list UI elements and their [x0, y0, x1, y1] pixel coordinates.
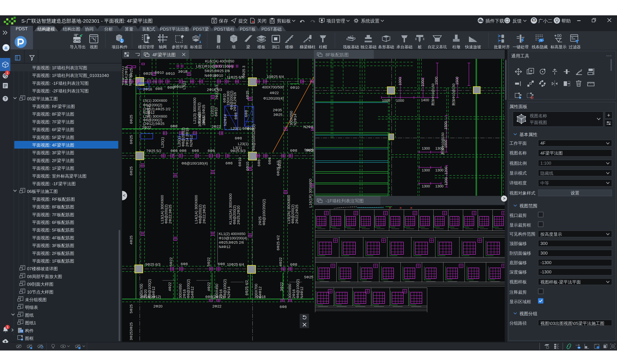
- svg-text:6Φ8: 6Φ8: [170, 124, 177, 128]
- svg-text:5Φ25: 5Φ25: [304, 148, 313, 152]
- svg-text:5Φ22: 5Φ22: [278, 160, 282, 169]
- svg-text:6Φ8: 6Φ8: [167, 85, 174, 90]
- svg-text:1000: 1000: [421, 78, 425, 86]
- svg-text:N2Φ14: N2Φ14: [293, 114, 297, 125]
- svg-text:6Φ25: 6Φ25: [129, 166, 133, 175]
- svg-text:5Φ22: 5Φ22: [206, 257, 211, 266]
- svg-text:6Φ8: 6Φ8: [244, 110, 248, 117]
- svg-text:2Φ22: 2Φ22: [212, 124, 220, 129]
- svg-text:300X700: 300X700: [254, 284, 258, 298]
- svg-text:6Φ10: 6Φ10: [214, 74, 223, 78]
- svg-text:3Φ253Φ25: 3Φ253Φ25: [129, 322, 133, 340]
- svg-text:6Φ8: 6Φ8: [268, 157, 272, 164]
- svg-text:6Φ8: 6Φ8: [290, 262, 297, 267]
- svg-text:N2Φ14: N2Φ14: [227, 287, 231, 298]
- svg-text:Φ10@100/150(4): Φ10@100/150(4): [205, 64, 233, 68]
- svg-text:Φ8@200(2): Φ8@200(2): [198, 204, 202, 224]
- svg-text:6Φ8: 6Φ8: [290, 148, 297, 153]
- svg-text:5Φ25: 5Φ25: [304, 275, 313, 279]
- svg-text:300X550: 300X550: [289, 111, 293, 125]
- svg-text:附加Φ10@150: 附加Φ10@150: [452, 83, 455, 105]
- svg-text:6Φ8: 6Φ8: [180, 149, 186, 153]
- svg-text:Φ8@100(2): Φ8@100(2): [147, 279, 152, 298]
- svg-text:6Φ8: 6Φ8: [218, 262, 225, 266]
- svg-text:Φ10@120(2): Φ10@120(2): [197, 103, 201, 124]
- svg-text:2Φ20: 2Φ20: [143, 289, 148, 298]
- svg-text:N4Φ12: N4Φ12: [300, 287, 304, 298]
- svg-text:2Φ22: 2Φ22: [142, 125, 151, 130]
- svg-text:6Φ25 4/2: 6Φ25 4/2: [244, 280, 249, 295]
- svg-text:2Φ22;3Φ25: 2Φ22;3Φ25: [202, 205, 206, 224]
- svg-text:KL1(2) 400X650: KL1(2) 400X650: [219, 232, 245, 236]
- svg-text:6Φ8: 6Φ8: [192, 149, 199, 153]
- svg-text:2Φ22;5Φ25: 2Φ22;5Φ25: [202, 105, 206, 124]
- svg-text:CAD: CAD: [73, 39, 80, 42]
- svg-text:2Φ14;2Φ16: 2Φ14;2Φ16: [233, 92, 237, 111]
- svg-text:4Φ22: 4Φ22: [207, 282, 211, 291]
- svg-text:1400: 1400: [421, 98, 429, 102]
- svg-text:6Φ25: 6Φ25: [143, 71, 153, 76]
- svg-text:4Φ25: 4Φ25: [245, 91, 250, 100]
- svg-text:6Φ8: 6Φ8: [280, 305, 287, 309]
- svg-text:1500: 1500: [455, 77, 459, 85]
- svg-text:KL16(2A) 300X600: KL16(2A) 300X600: [228, 194, 232, 225]
- svg-text:2Φ16: 2Φ16: [219, 289, 223, 298]
- svg-text:L22(1): L22(1): [210, 106, 214, 117]
- svg-text:2Φ35: 2Φ35: [273, 108, 282, 112]
- svg-text:6Φ10: 6Φ10: [290, 85, 299, 90]
- svg-text:1000: 1000: [382, 98, 390, 103]
- svg-text:7Φ22 4/3: 7Φ22 4/3: [215, 85, 219, 100]
- svg-text:6Φ10: 6Φ10: [166, 71, 175, 76]
- svg-text:6Φ8: 6Φ8: [226, 161, 232, 165]
- svg-text:1500: 1500: [444, 121, 448, 130]
- svg-text:G4Φ12: G4Φ12: [151, 286, 155, 298]
- svg-text:3Φ22: 3Φ22: [280, 282, 284, 291]
- svg-text:1000: 1000: [398, 77, 402, 85]
- svg-text:Φ8@200(2): Φ8@200(2): [143, 103, 162, 107]
- svg-text:10Φ25 6/4: 10Φ25 6/4: [267, 75, 284, 79]
- svg-text:4Φ22: 4Φ22: [270, 91, 279, 95]
- svg-text:5Φ25 3: 5Φ25 3: [242, 66, 246, 78]
- svg-text:KL6(1A) 400X650: KL6(1A) 400X650: [205, 59, 234, 63]
- svg-text:1200: 1200: [444, 166, 448, 175]
- svg-text:6Φ25 4/2: 6Φ25 4/2: [276, 235, 280, 250]
- svg-text:G4Φ12: G4Φ12: [258, 286, 262, 298]
- svg-text:2Φ16: 2Φ16: [143, 87, 152, 91]
- svg-text:N4Φ12: N4Φ12: [219, 245, 230, 249]
- svg-text:附加Φ10@150: 附加Φ10@150: [441, 132, 445, 155]
- svg-text:1500: 1500: [434, 77, 438, 85]
- svg-text:N2Φ14: N2Φ14: [223, 114, 227, 126]
- svg-text:6Φ25: 6Φ25: [129, 115, 133, 124]
- svg-text:5Φ25;8Φ25 2/6: 5Φ25;8Φ25 2/6: [205, 69, 230, 73]
- svg-text:Φ8@200(2): Φ8@200(2): [232, 205, 237, 225]
- svg-text:4Φ22: 4Φ22: [279, 257, 283, 266]
- svg-text:00: 00: [557, 33, 562, 38]
- svg-text:L20(1): L20(1): [177, 136, 181, 147]
- svg-text:4Φ25: 4Φ25: [129, 235, 133, 245]
- svg-text:Φ8@100/180(4): Φ8@100/180(4): [181, 161, 208, 165]
- svg-text:1200: 1200: [444, 177, 448, 185]
- svg-text:L14(1A) 300X600: L14(1A) 300X600: [194, 195, 198, 224]
- svg-text:2Φ16: 2Φ16: [292, 289, 296, 298]
- svg-text:Φ8@100(2): Φ8@100(2): [223, 279, 227, 298]
- svg-text:2Φ16: 2Φ16: [182, 289, 186, 298]
- svg-text:6Φ10: 6Φ10: [174, 85, 183, 89]
- svg-text:7Φ25 5/2: 7Φ25 5/2: [146, 149, 161, 153]
- svg-text:6Φ8: 6Φ8: [257, 159, 261, 166]
- svg-text:300X650: 300X650: [288, 284, 292, 298]
- svg-text:300X700: 300X700: [140, 284, 144, 298]
- svg-text:2Φ22;3Φ25: 2Φ22;3Φ25: [168, 205, 172, 224]
- svg-text:6Φ25: 6Φ25: [129, 135, 133, 144]
- svg-text:Φ8@100/200(2): Φ8@100/200(2): [262, 199, 266, 225]
- svg-text:6Φ10: 6Φ10: [245, 162, 250, 171]
- svg-text:6Φ10: 6Φ10: [238, 157, 242, 166]
- svg-text:N2Φ12: N2Φ12: [128, 74, 132, 86]
- svg-text:Φ8@100(2): Φ8@100(2): [186, 279, 190, 298]
- svg-text:6Φ8: 6Φ8: [208, 149, 215, 153]
- svg-text:6Φ8: 6Φ8: [171, 149, 178, 153]
- svg-text:1300: 1300: [435, 168, 443, 172]
- svg-text:300X650: 300X650: [178, 284, 182, 298]
- svg-text:2Φ25: 2Φ25: [258, 216, 262, 225]
- svg-text:2Φ22: 2Φ22: [212, 304, 221, 308]
- svg-text:L21(3) 300X600: L21(3) 300X600: [193, 97, 197, 124]
